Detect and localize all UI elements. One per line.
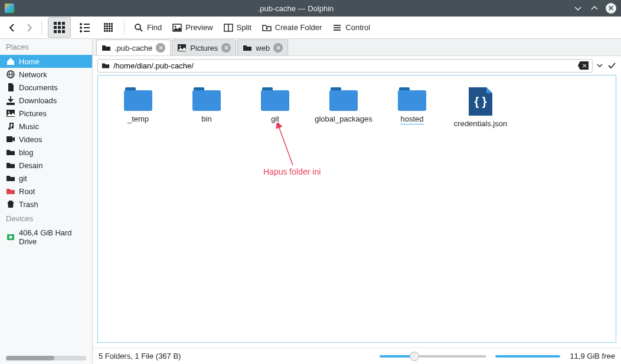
sidebar-item-downloads[interactable]: Downloads — [0, 94, 92, 107]
file-item-git[interactable]: git — [244, 87, 306, 128]
folder-icon — [192, 87, 221, 111]
svg-point-0 — [135, 24, 140, 29]
tab-label: web — [256, 44, 270, 53]
sidebar-item-network[interactable]: Network — [0, 68, 92, 81]
back-button[interactable] — [6, 21, 19, 34]
home-icon — [6, 57, 15, 66]
view-icons-button[interactable] — [48, 17, 71, 38]
json-file-icon: { } — [469, 87, 492, 116]
file-item-credentials-json[interactable]: { }credentials.json — [450, 87, 511, 128]
folder-dark-icon — [6, 147, 15, 157]
path-confirm-button[interactable] — [607, 61, 616, 70]
sidebar-scrollbar[interactable] — [6, 356, 86, 360]
network-icon — [6, 70, 15, 79]
path-input[interactable] — [113, 61, 574, 70]
split-button[interactable]: Split — [220, 21, 255, 35]
tab-close-button[interactable]: ✕ — [273, 43, 283, 53]
file-item-bin[interactable]: bin — [176, 87, 237, 128]
sidebar-item-documents[interactable]: Documents — [0, 81, 92, 94]
sidebar-item-label: Home — [19, 57, 40, 66]
download-icon — [6, 96, 15, 105]
close-button[interactable]: ✕ — [606, 3, 616, 14]
sidebar: Places HomeNetworkDocumentsDownloadsPict… — [0, 39, 93, 364]
window-titlebar: .pub-cache — Dolphin ✕ — [0, 0, 621, 17]
svg-point-18 — [9, 236, 12, 239]
free-space-label: 11,9 GiB free — [570, 352, 615, 360]
annotation-text: Hapus folder ini — [263, 167, 321, 176]
app-icon — [5, 4, 14, 13]
sidebar-device[interactable]: 406,4 GiB Hard Drive — [0, 227, 92, 248]
minimize-button[interactable] — [573, 3, 583, 14]
file-item-global_packages[interactable]: global_packages — [313, 87, 374, 128]
search-icon — [134, 23, 143, 32]
control-label: Control — [345, 23, 370, 32]
list-icon — [78, 22, 91, 34]
sidebar-item-music[interactable]: Music — [0, 120, 92, 133]
maximize-button[interactable] — [589, 3, 600, 14]
sidebar-item-videos[interactable]: Videos — [0, 133, 92, 146]
sidebar-item-label: Root — [19, 187, 35, 196]
tab-pictures[interactable]: Pictures✕ — [172, 40, 236, 55]
sidebar-item-root[interactable]: Root — [0, 185, 92, 198]
sidebar-item-pictures[interactable]: Pictures — [0, 107, 92, 120]
video-icon — [6, 135, 15, 144]
sidebar-item-label: 406,4 GiB Hard Drive — [19, 228, 86, 246]
file-label: git — [271, 114, 279, 123]
sidebar-item-home[interactable]: Home — [0, 55, 92, 68]
find-label: Find — [147, 23, 162, 32]
toolbar: Find Preview Split Create Folder Control — [0, 17, 621, 39]
tab-label: .pub-cache — [115, 44, 152, 53]
create-folder-button[interactable]: Create Folder — [259, 21, 325, 35]
create-folder-label: Create Folder — [275, 23, 322, 32]
sidebar-item-label: Downloads — [19, 96, 57, 105]
free-space-bar — [495, 355, 560, 358]
picture-icon — [177, 43, 187, 53]
folder-plus-icon — [262, 23, 272, 32]
view-list-button[interactable] — [74, 19, 95, 36]
file-item-hosted[interactable]: hosted — [381, 87, 443, 128]
svg-point-20 — [179, 46, 181, 48]
sidebar-item-label: Documents — [19, 83, 58, 92]
tab-close-button[interactable]: ✕ — [221, 43, 231, 53]
file-view[interactable]: Hapus folder ini _tempbingitglobal_packa… — [97, 75, 616, 343]
sidebar-item-trash[interactable]: Trash — [0, 198, 92, 211]
preview-button[interactable]: Preview — [169, 21, 216, 35]
sidebar-item-label: Trash — [19, 200, 38, 209]
folder-icon — [261, 87, 289, 111]
folder-dark-icon — [102, 43, 111, 53]
picture-icon — [6, 109, 15, 118]
music-icon — [6, 122, 15, 131]
sidebar-item-label: Network — [19, 70, 47, 79]
sidebar-item-label: blog — [19, 148, 34, 157]
preview-label: Preview — [185, 23, 213, 32]
tab-label: Pictures — [190, 44, 218, 53]
clear-path-button[interactable]: ✕ — [578, 61, 589, 70]
svg-line-1 — [140, 29, 142, 31]
file-item-_temp[interactable]: _temp — [107, 87, 169, 128]
find-button[interactable]: Find — [130, 21, 165, 35]
sidebar-item-desain[interactable]: Desain — [0, 159, 92, 172]
folder-icon — [124, 87, 152, 111]
sidebar-item-git[interactable]: git — [0, 172, 92, 185]
window-title: .pub-cache — Dolphin — [19, 4, 573, 13]
trash-icon — [6, 199, 15, 209]
compact-icon — [102, 21, 115, 34]
zoom-slider[interactable] — [380, 355, 486, 358]
svg-rect-16 — [6, 136, 12, 142]
document-icon — [6, 83, 15, 92]
control-button[interactable]: Control — [329, 21, 374, 35]
path-dropdown-button[interactable] — [596, 62, 603, 69]
path-bar: ✕ — [93, 56, 621, 75]
tab-pub-cache[interactable]: .pub-cache✕ — [96, 40, 171, 55]
forward-button[interactable] — [22, 21, 35, 34]
file-label: _temp — [128, 114, 149, 123]
sidebar-item-label: Videos — [19, 135, 43, 144]
folder-dark-icon — [6, 173, 15, 183]
tab-web[interactable]: web✕ — [237, 40, 288, 55]
zoom-handle[interactable] — [410, 352, 419, 361]
annotation-arrow — [275, 123, 299, 170]
picture-icon — [172, 23, 182, 32]
tab-close-button[interactable]: ✕ — [156, 43, 165, 53]
view-compact-button[interactable] — [99, 19, 118, 36]
sidebar-item-blog[interactable]: blog — [0, 146, 92, 159]
